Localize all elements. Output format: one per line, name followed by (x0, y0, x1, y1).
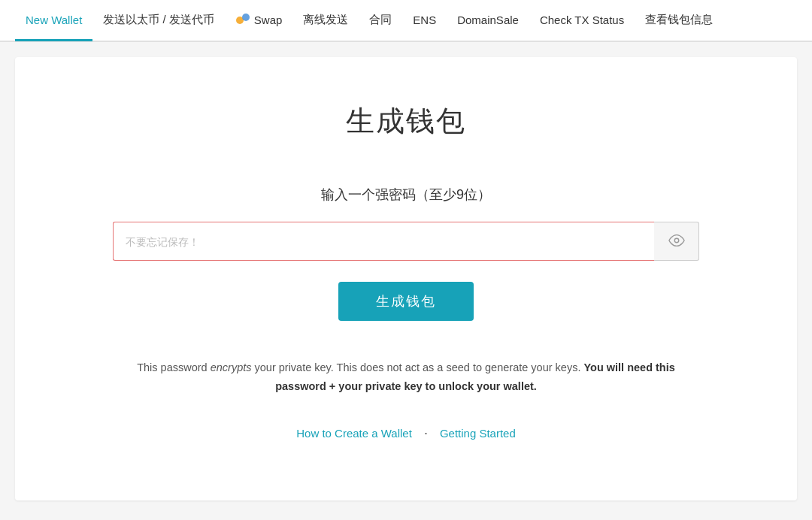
nav-item-ens[interactable]: ENS (402, 1, 447, 41)
nav-item-send[interactable]: 发送以太币 / 发送代币 (92, 1, 225, 41)
nav-item-new-wallet[interactable]: New Wallet (15, 1, 92, 41)
nav-item-check-tx[interactable]: Check TX Status (529, 1, 635, 41)
password-subtitle: 输入一个强密码（至少9位） (321, 186, 491, 204)
links-row: How to Create a Wallet · Getting Started (296, 425, 516, 441)
nav-item-swap-label: Swap (254, 14, 283, 26)
nav-item-swap[interactable]: Swap (225, 1, 293, 41)
eye-icon (668, 232, 685, 251)
swap-icon (235, 11, 250, 29)
info-text-before: This password (137, 361, 211, 373)
main-nav: New Wallet 发送以太币 / 发送代币 Swap 离线发送 合同 ENS… (0, 0, 812, 42)
nav-item-domainsale[interactable]: DomainSale (447, 1, 529, 41)
generate-wallet-button[interactable]: 生成钱包 (338, 282, 474, 321)
info-text-middle: your private key. This does not act as a… (251, 361, 583, 373)
password-input-row (113, 222, 699, 261)
dot-separator: · (424, 425, 428, 441)
how-to-create-link[interactable]: How to Create a Wallet (296, 427, 412, 440)
getting-started-link[interactable]: Getting Started (440, 427, 516, 440)
svg-point-1 (242, 14, 250, 21)
nav-item-contract[interactable]: 合同 (359, 1, 402, 41)
password-input[interactable] (113, 222, 654, 261)
svg-point-2 (674, 238, 679, 243)
nav-item-offline-send[interactable]: 离线发送 (292, 1, 359, 41)
toggle-password-button[interactable] (654, 222, 699, 261)
nav-item-wallet-info[interactable]: 查看钱包信息 (635, 1, 723, 41)
info-text-italic: encrypts (211, 361, 252, 373)
wallet-card: 生成钱包 输入一个强密码（至少9位） 生成钱包 This password en… (15, 57, 797, 500)
page-title: 生成钱包 (346, 102, 466, 141)
info-paragraph: This password encrypts your private key.… (135, 358, 677, 395)
main-content: 生成钱包 输入一个强密码（至少9位） 生成钱包 This password en… (0, 42, 812, 515)
